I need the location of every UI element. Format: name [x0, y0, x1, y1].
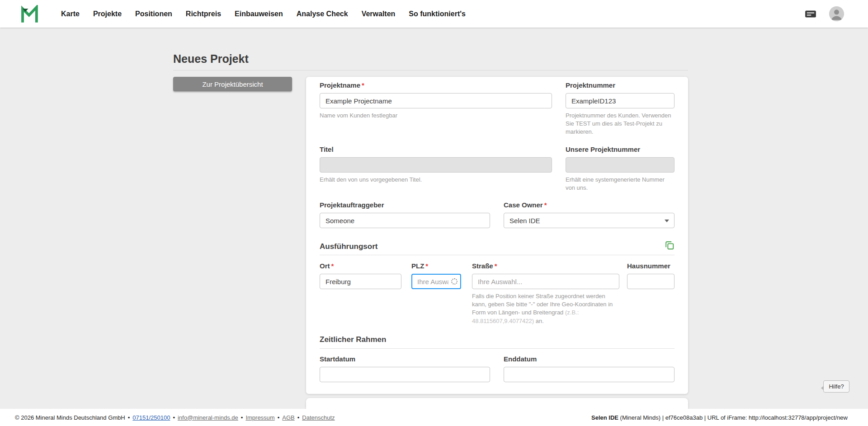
section-divider — [320, 255, 675, 255]
phone-link[interactable]: 07151/250100 — [132, 414, 170, 421]
email-link[interactable]: info@mineral-minds.de — [178, 414, 238, 421]
nav-item-verwalten[interactable]: Verwalten — [362, 10, 396, 18]
titel-field-group: Titel Erhält den von uns vorgegebenen Ti… — [320, 145, 552, 184]
projektnummer-helper: Projektnummer des Kunden. Verwenden Sie … — [566, 112, 675, 136]
footer-separator: • — [278, 414, 280, 421]
plz-field-group: PLZ* — [411, 262, 461, 289]
copy-icon[interactable] — [665, 240, 675, 252]
projektname-helper: Name vom Kunden festlegbar — [320, 112, 552, 120]
nav-item-einbauweisen[interactable]: Einbauweisen — [235, 10, 283, 18]
footer-separator: • — [297, 414, 300, 421]
main-navigation: Karte Projekte Positionen Richtpreis Ein… — [61, 10, 466, 18]
impressum-link[interactable]: Impressum — [245, 414, 274, 421]
chevron-down-icon — [665, 220, 669, 222]
user-avatar-icon[interactable] — [829, 6, 844, 21]
loading-spinner-icon — [451, 278, 458, 285]
hausnummer-field-group: Hausnummer — [627, 262, 675, 289]
nav-item-analyse-check[interactable]: Analyse Check — [297, 10, 348, 18]
strasse-helper: Falls die Position keiner Straße zugeord… — [472, 292, 617, 325]
ausfuehrungsort-section-title: Ausführungsort — [320, 242, 377, 251]
footer-session-text: (Mineral Minds) | ef76ce08a3ab | URL of … — [618, 414, 848, 421]
required-asterisk: * — [544, 201, 547, 209]
plz-label: PLZ* — [411, 262, 461, 270]
enddatum-label: Enddatum — [504, 355, 675, 363]
enddatum-field-group: Enddatum — [504, 355, 675, 382]
projektauftraggeber-label: Projektauftraggeber — [320, 201, 490, 209]
case-owner-select[interactable]: Selen IDE — [504, 213, 675, 228]
projektname-field-group: Projektname* Name vom Kunden festlegbar — [320, 81, 552, 120]
projektname-input[interactable] — [320, 93, 552, 108]
unsere-projektnummer-input — [566, 157, 675, 173]
new-project-form-card: Projektname* Name vom Kunden festlegbar … — [306, 77, 688, 394]
help-button[interactable]: Hilfe? — [823, 380, 849, 393]
startdatum-field-group: Startdatum — [320, 355, 490, 382]
unsere-projektnummer-field-group: Unsere Projektnummer Erhält eine systemg… — [566, 145, 675, 192]
titel-input — [320, 157, 552, 173]
projektauftraggeber-input[interactable] — [320, 213, 490, 228]
mineral-minds-logo-icon[interactable] — [20, 5, 38, 23]
strasse-field-group: Straße* Falls die Position keiner Straße… — [472, 262, 619, 325]
strasse-label: Straße* — [472, 262, 619, 270]
footer-session-info: Selen IDE (Mineral Minds) | ef76ce08a3ab… — [591, 414, 848, 421]
projektnummer-input[interactable] — [566, 93, 675, 108]
section-divider — [320, 348, 675, 349]
case-owner-selected-value: Selen IDE — [509, 217, 540, 225]
app-screen: Karte Projekte Positionen Richtpreis Ein… — [0, 0, 868, 426]
case-owner-label: Case Owner* — [504, 201, 675, 209]
titel-label: Titel — [320, 145, 552, 153]
navbar-right-actions — [804, 6, 844, 21]
unsere-projektnummer-label: Unsere Projektnummer — [566, 145, 675, 153]
required-asterisk: * — [495, 262, 497, 270]
nav-item-positionen[interactable]: Positionen — [135, 10, 172, 18]
footer-user-name: Selen IDE — [591, 414, 618, 421]
server-icon[interactable] — [804, 7, 817, 21]
page-footer: © 2026 Mineral Minds Deutschland GmbH • … — [0, 409, 868, 426]
page-title: Neues Projekt — [173, 52, 249, 66]
top-navbar: Karte Projekte Positionen Richtpreis Ein… — [0, 0, 868, 28]
footer-separator: • — [128, 414, 130, 421]
footer-separator: • — [241, 414, 243, 421]
ort-field-group: Ort* — [320, 262, 401, 289]
datenschutz-link[interactable]: Datenschutz — [302, 414, 335, 421]
startdatum-label: Startdatum — [320, 355, 490, 363]
unsere-projektnummer-helper: Erhält eine systemgenerierte Nummer von … — [566, 176, 675, 192]
ort-label: Ort* — [320, 262, 401, 270]
projektnummer-field-group: Projektnummer Projektnummer des Kunden. … — [566, 81, 675, 136]
required-asterisk: * — [362, 81, 364, 89]
case-owner-field-group: Case Owner* Selen IDE — [504, 201, 675, 228]
strasse-input[interactable] — [472, 274, 619, 289]
required-asterisk: * — [425, 262, 428, 270]
nav-item-richtpreis[interactable]: Richtpreis — [186, 10, 221, 18]
enddatum-input[interactable] — [504, 367, 675, 382]
footer-separator: • — [173, 414, 175, 421]
next-card-partial — [306, 398, 688, 409]
titel-helper: Erhält den von uns vorgegebenen Titel. — [320, 176, 552, 184]
nav-item-karte[interactable]: Karte — [61, 10, 80, 18]
project-overview-button[interactable]: Zur Projektübersicht — [173, 77, 292, 91]
agb-link[interactable]: AGB — [282, 414, 294, 421]
nav-item-so-funktionierts[interactable]: So funktioniert's — [409, 10, 466, 18]
ort-input[interactable] — [320, 274, 401, 289]
title-divider — [173, 70, 688, 70]
zeitlicher-rahmen-section-title: Zeitlicher Rahmen — [320, 335, 386, 344]
required-asterisk: * — [331, 262, 334, 270]
projektname-label: Projektname* — [320, 81, 552, 89]
hausnummer-input[interactable] — [627, 274, 675, 289]
startdatum-input[interactable] — [320, 367, 490, 382]
hausnummer-label: Hausnummer — [627, 262, 675, 270]
nav-item-projekte[interactable]: Projekte — [93, 10, 122, 18]
projektnummer-label: Projektnummer — [566, 81, 675, 89]
copyright-text: © 2026 Mineral Minds Deutschland GmbH — [15, 414, 125, 421]
footer-left: © 2026 Mineral Minds Deutschland GmbH • … — [15, 414, 335, 421]
projektauftraggeber-field-group: Projektauftraggeber — [320, 201, 490, 228]
